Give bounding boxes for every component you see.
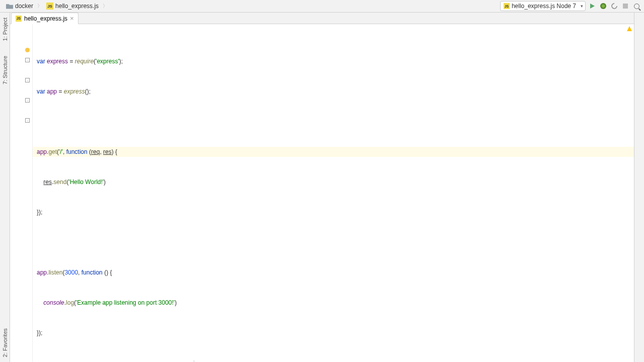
fold-icon[interactable]: - (25, 78, 30, 82)
tool-structure[interactable]: 7: Structure (2, 56, 8, 84)
main-area: 1: Project 7: Structure 2: Favorites JS … (0, 13, 644, 362)
editor-tab[interactable]: JS hello_express.js × (11, 13, 78, 24)
breadcrumb-file-label: hello_express.js (55, 3, 99, 10)
warning-icon[interactable] (627, 26, 632, 31)
breadcrumb-folder-label: docker (15, 3, 33, 10)
js-file-icon: JS (504, 3, 510, 9)
folder-icon (6, 4, 13, 9)
close-icon[interactable]: × (70, 15, 74, 22)
chevron-right-icon: 〉 (37, 3, 42, 10)
run-config-label: hello_express.js Node 7 (512, 3, 576, 10)
left-tool-strip: 1: Project 7: Structure 2: Favorites (0, 13, 10, 362)
tool-favorites[interactable]: 2: Favorites (2, 328, 8, 357)
stop-button (621, 2, 630, 11)
bug-icon (600, 3, 606, 9)
fold-icon[interactable]: - (25, 118, 30, 123)
center-column: JS hello_express.js × - - - - var expres… (10, 13, 634, 362)
tab-label: hello_express.js (24, 15, 67, 22)
js-file-icon: JS (16, 16, 22, 22)
navigation-bar: docker 〉 JS hello_express.js 〉 JS hello_… (0, 0, 644, 13)
tool-project[interactable]: 1: Project (2, 18, 8, 41)
debug-button[interactable] (599, 2, 608, 11)
fold-icon[interactable]: - (25, 58, 30, 62)
run-configuration-select[interactable]: JS hello_express.js Node 7 (500, 1, 586, 11)
text-caret: ⎸ (194, 359, 199, 362)
breadcrumb-folder[interactable]: docker (3, 2, 36, 11)
update-button[interactable] (610, 2, 619, 11)
toolbar-right: JS hello_express.js Node 7 (500, 1, 641, 11)
intention-bulb-icon[interactable] (25, 48, 30, 52)
code-editor[interactable]: - - - - var express = require('express')… (10, 24, 634, 362)
breadcrumb: docker 〉 JS hello_express.js 〉 (3, 2, 500, 11)
js-file-icon: JS (46, 3, 53, 10)
breadcrumb-file[interactable]: JS hello_express.js (43, 2, 102, 11)
editor-tabs: JS hello_express.js × (10, 13, 634, 24)
chevron-right-icon: 〉 (103, 3, 108, 10)
code-area[interactable]: var express = require('express'); var ap… (33, 24, 634, 362)
update-icon (610, 2, 619, 11)
editor-gutter: - - - - (10, 24, 33, 362)
fold-icon[interactable]: - (25, 98, 30, 103)
search-button[interactable] (632, 2, 641, 11)
search-icon (634, 4, 639, 9)
run-button[interactable] (588, 2, 597, 11)
stop-icon (623, 4, 628, 9)
right-tool-strip (634, 13, 644, 362)
play-icon (590, 4, 595, 9)
